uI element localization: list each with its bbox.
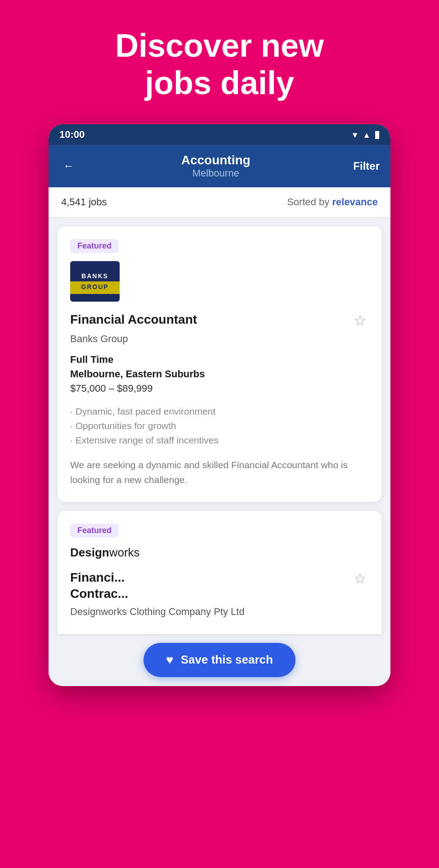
nav-bar: ← Accounting Melbourne Filter bbox=[49, 145, 390, 187]
heart-icon: ♥ bbox=[166, 653, 174, 667]
status-bar: 10:00 bbox=[49, 124, 390, 145]
job-card-2[interactable]: Featured Designworks Financi...Contrac..… bbox=[58, 511, 381, 634]
hero-line1: Discover new bbox=[115, 27, 324, 63]
job-title-row-2: Financi...Contrac... ☆ bbox=[70, 570, 369, 602]
company-name-1: Banks Group bbox=[70, 333, 369, 345]
phone-frame: 10:00 ← Accounting Melbourne Filter 4,54… bbox=[49, 124, 390, 686]
job-salary-1: $75,000 – $89,999 bbox=[70, 383, 369, 394]
bullet-item-2: Opportunities for growth bbox=[70, 419, 369, 433]
back-button[interactable]: ← bbox=[59, 157, 78, 175]
battery-icon bbox=[374, 129, 380, 140]
bullet-item-3: Extensive range of staff incentives bbox=[70, 433, 369, 448]
bookmark-btn-1[interactable]: ☆ bbox=[351, 312, 369, 330]
job-title-1: Financial Accountant bbox=[70, 312, 351, 328]
nav-title-area: Accounting Melbourne bbox=[181, 153, 251, 179]
filter-button[interactable]: Filter bbox=[353, 160, 380, 172]
job-title-2: Financi...Contrac... bbox=[70, 570, 128, 602]
job-type-1: Full Time bbox=[70, 354, 369, 366]
bullet-list-1: Dynamic, fast paced environment Opportun… bbox=[70, 404, 369, 448]
hero-line2: jobs daily bbox=[145, 65, 294, 101]
hero-text: Discover new jobs daily bbox=[79, 0, 360, 124]
sorted-by: Sorted by relevance bbox=[287, 196, 378, 208]
banks-logo-top: BANKS bbox=[70, 269, 120, 281]
job-location-1: Melbourne, Eastern Suburbs bbox=[70, 368, 369, 380]
designworks-logo-text: Designworks bbox=[70, 546, 140, 559]
results-count: 4,541 jobs bbox=[61, 196, 107, 208]
save-search-bar: ♥ Save this search bbox=[49, 634, 390, 686]
save-search-button[interactable]: ♥ Save this search bbox=[143, 643, 296, 677]
company-name-2: Designworks Clothing Company Pty Ltd bbox=[70, 606, 369, 618]
nav-title: Accounting bbox=[181, 153, 251, 167]
featured-badge-1: Featured bbox=[70, 239, 119, 253]
results-bar: 4,541 jobs Sorted by relevance bbox=[49, 187, 390, 217]
page-container: Discover new jobs daily 10:00 ← Accounti… bbox=[0, 0, 439, 868]
designworks-logo: Designworks bbox=[70, 546, 369, 560]
save-search-label: Save this search bbox=[181, 653, 273, 667]
banks-logo-bottom: GROUP bbox=[70, 281, 120, 294]
cards-area: Featured BANKS GROUP Financial Accountan… bbox=[49, 217, 390, 634]
nav-subtitle: Melbourne bbox=[193, 167, 239, 179]
bullet-item-1: Dynamic, fast paced environment bbox=[70, 404, 369, 419]
featured-badge-2: Featured bbox=[70, 524, 119, 538]
status-time: 10:00 bbox=[59, 129, 85, 140]
job-card-1[interactable]: Featured BANKS GROUP Financial Accountan… bbox=[58, 226, 381, 502]
wifi-icon bbox=[351, 129, 359, 140]
status-icons bbox=[351, 129, 380, 140]
bookmark-icon-1: ☆ bbox=[354, 312, 367, 329]
signal-icon bbox=[363, 129, 371, 140]
bookmark-icon-2: ☆ bbox=[354, 570, 367, 587]
bookmark-btn-2[interactable]: ☆ bbox=[351, 570, 369, 588]
job-title-row-1: Financial Accountant ☆ bbox=[70, 312, 369, 330]
banks-logo: BANKS GROUP bbox=[70, 261, 120, 302]
job-description-1: We are seeking a dynamic and skilled Fin… bbox=[70, 457, 369, 488]
